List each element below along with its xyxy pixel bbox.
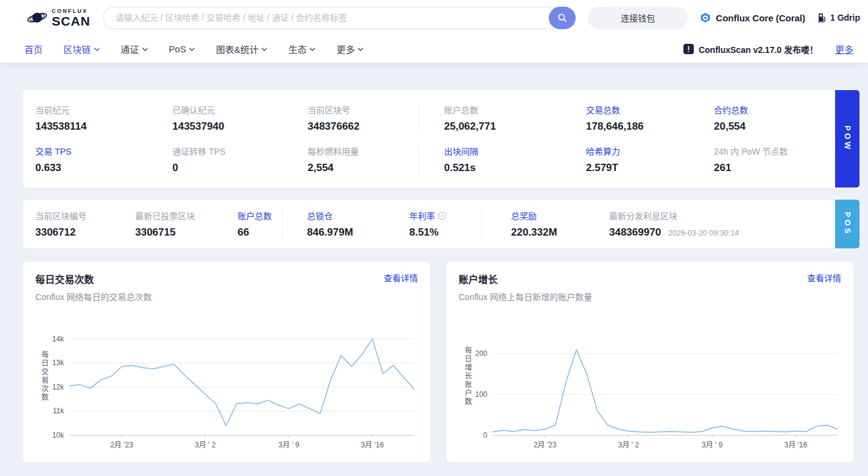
search-button[interactable]: [549, 7, 576, 29]
stat-value: 2.579T: [586, 162, 714, 174]
svg-text:次: 次: [41, 385, 49, 393]
svg-text:易: 易: [41, 376, 49, 385]
stat-value: 3306712: [35, 226, 135, 239]
stat-label[interactable]: 总锁仓: [307, 209, 409, 222]
stat-label: 每秒燃料用量: [308, 145, 418, 157]
search-input[interactable]: [103, 7, 576, 29]
logo[interactable]: CONFLUX SCAN: [24, 9, 91, 27]
stat-item: 年利率i8.51%: [409, 209, 481, 239]
announcement-more-link[interactable]: 更多: [835, 43, 853, 55]
nav-item-label: 图表&统计: [216, 43, 258, 55]
announcement[interactable]: ConfluxScan v2.17.0 发布喽！: [683, 43, 818, 55]
logo-text-bottom: SCAN: [52, 15, 91, 27]
chart-header: 账户增长 Conflux 网络上每日新增的账户数量 查看详情: [459, 271, 841, 303]
svg-text:2月 '23: 2月 '23: [534, 441, 557, 449]
stat-value: 220.332M: [511, 226, 609, 239]
stat-label[interactable]: 哈希算力: [586, 145, 714, 157]
svg-text:100: 100: [475, 390, 487, 399]
pos-tab[interactable]: POS: [835, 200, 859, 248]
stat-label[interactable]: 出块间隔: [444, 145, 586, 157]
stat-item: 当前区块编号3306712: [35, 209, 135, 239]
stat-item: 最新分发利息区块3483699702026-03-20 09:30:14: [609, 209, 835, 239]
stat-label: 当前区块编号: [35, 209, 135, 222]
svg-text:每: 每: [465, 346, 472, 355]
nav-right: ConfluxScan v2.17.0 发布喽！ 更多: [683, 43, 853, 55]
stat-item: 交易总数178,646,186: [586, 103, 714, 133]
stat-value: 25,062,771: [444, 121, 586, 133]
nav-item-ecosystem[interactable]: 生态: [288, 43, 316, 55]
stat-value: 143538114: [35, 121, 172, 133]
header-top-row: CONFLUX SCAN 连接钱包 Conflux Core (Coral): [0, 0, 868, 35]
stat-value: 0: [172, 162, 308, 174]
pow-stats-grid: 当前纪元143538114已确认纪元143537940当前区块号34837666…: [23, 90, 835, 187]
nav-item-home[interactable]: 首页: [24, 43, 43, 55]
pow-tab[interactable]: POW: [835, 90, 859, 187]
chevron-down-icon: [142, 47, 148, 51]
view-details-link[interactable]: 查看详情: [384, 271, 418, 284]
stat-value: 143537940: [172, 121, 308, 133]
svg-text:200: 200: [475, 349, 487, 358]
stat-label: 账户总数: [444, 103, 586, 116]
nav-item-pos[interactable]: PoS: [169, 44, 195, 54]
gas-pump-icon: [817, 13, 827, 23]
stat-item: 24h 内 PoW 节点数261: [714, 145, 835, 174]
stat-item: 交易 TPS0.633: [35, 145, 172, 174]
svg-text:0: 0: [483, 431, 487, 439]
conflux-network-icon: [700, 12, 711, 23]
svg-text:3月 ' 9: 3月 ' 9: [702, 441, 723, 449]
stat-item: 通证转移 TPS0: [172, 145, 308, 174]
nav-item-label: 更多: [336, 43, 355, 55]
stat-label: 24h 内 PoW 节点数: [714, 145, 835, 157]
info-icon[interactable]: i: [438, 212, 446, 220]
stat-value: 8.51%: [409, 226, 481, 239]
nav-item-blockchain[interactable]: 区块链: [63, 43, 100, 55]
chart-title: 账户增长: [459, 271, 592, 286]
stat-value: 66: [238, 226, 282, 239]
nav-item-more[interactable]: 更多: [336, 43, 364, 55]
nav-item-label: 通证: [121, 43, 139, 55]
main-content: 当前纪元143538114已确认纪元143537940当前区块号34837666…: [0, 63, 868, 462]
stat-value: 0.633: [35, 162, 172, 174]
stat-item: 当前纪元143538114: [35, 103, 172, 133]
main-nav: 首页 区块链 通证 PoS 图表&统计 生态 更多 ConfluxScan v2…: [0, 35, 868, 63]
svg-text:长: 长: [465, 372, 472, 380]
stat-label: 已确认纪元: [172, 103, 308, 116]
stat-label[interactable]: 合约总数: [714, 103, 835, 116]
stat-item: 最新已投票区块3306715: [135, 209, 238, 239]
chevron-down-icon: [189, 47, 195, 51]
nav-item-tokens[interactable]: 通证: [121, 43, 148, 55]
charts-row: 每日交易次数 Conflux 网络每日的交易总次数 查看详情 10k11k12k…: [23, 262, 853, 462]
svg-text:11k: 11k: [53, 407, 65, 415]
connect-wallet-button[interactable]: 连接钱包: [588, 7, 688, 29]
search-bar: [103, 7, 576, 29]
stat-value: 261: [714, 162, 835, 174]
stat-value: 3306715: [135, 226, 238, 239]
svg-text:13k: 13k: [52, 359, 65, 367]
stat-label[interactable]: 交易总数: [586, 103, 714, 116]
stat-value: 3483699702026-03-20 09:30:14: [609, 226, 835, 239]
svg-text:3月 '16: 3月 '16: [361, 441, 384, 449]
gas-price[interactable]: 1 Gdrip: [817, 13, 860, 23]
pow-panel: 当前纪元143538114已确认纪元143537940当前区块号34837666…: [23, 90, 859, 187]
svg-text:3月 ' 9: 3月 ' 9: [278, 441, 300, 449]
header: CONFLUX SCAN 连接钱包 Conflux Core (Coral): [0, 0, 868, 63]
stat-value: 348376662: [308, 121, 418, 133]
chart-header: 每日交易次数 Conflux 网络每日的交易总次数 查看详情: [35, 271, 418, 303]
chevron-down-icon: [94, 47, 100, 51]
stat-item: 已确认纪元143537940: [172, 103, 308, 133]
stat-item: 出块间隔0.521s: [418, 145, 586, 174]
stat-label[interactable]: 交易 TPS: [35, 145, 172, 157]
network-selector[interactable]: Conflux Core (Coral): [700, 12, 805, 23]
nav-item-charts-stats[interactable]: 图表&统计: [216, 43, 267, 55]
stat-value: 846.979M: [307, 226, 409, 239]
stat-item: 每秒燃料用量2,554: [308, 145, 418, 174]
account-growth-chart: 01002002月 '233月 ' 23月 ' 93月 '16每日增长账户数: [459, 309, 841, 455]
stat-label[interactable]: 年利率i: [409, 209, 481, 222]
announcement-icon: [683, 44, 694, 54]
stat-label[interactable]: 账户总数: [238, 209, 282, 222]
view-details-link[interactable]: 查看详情: [807, 271, 841, 284]
nav-item-label: 首页: [24, 43, 43, 55]
pos-panel: 当前区块编号3306712最新已投票区块3306715账户总数66总锁仓846.…: [23, 200, 859, 248]
stat-label[interactable]: 总奖励: [511, 209, 609, 222]
logo-text-top: CONFLUX: [52, 9, 91, 14]
